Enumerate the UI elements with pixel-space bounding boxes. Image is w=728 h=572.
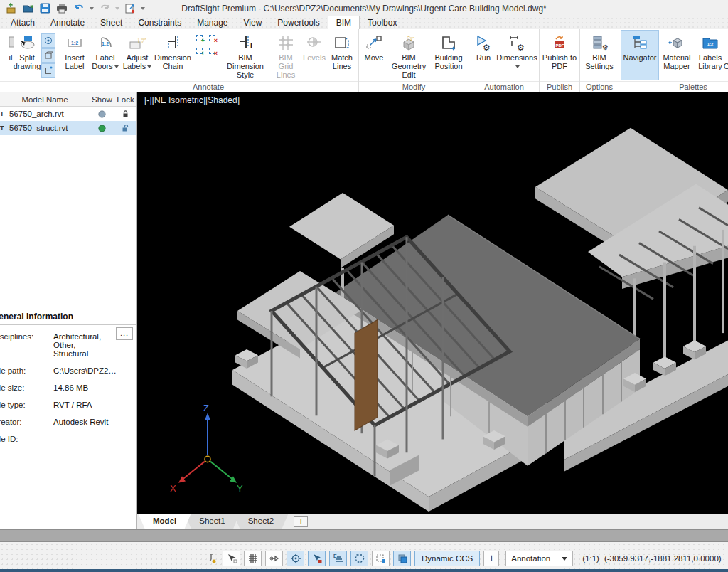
dimension-chain-button[interactable]: Dimension Chain — [154, 30, 192, 80]
polar-toggle[interactable] — [287, 551, 304, 566]
show-toggle[interactable] — [90, 125, 114, 132]
field-label: File path: — [0, 366, 52, 375]
tab-view[interactable]: View — [236, 16, 270, 29]
add-dimension-point-button[interactable]: + — [194, 33, 205, 43]
adjust-labels-button[interactable]: ☞ Adjust Labels — [121, 30, 154, 80]
tab-sheet1[interactable]: Sheet1 — [185, 514, 239, 529]
annotation-scale-dropdown[interactable]: Annotation — [505, 551, 573, 566]
column-model-name[interactable]: Model Name — [0, 95, 90, 104]
tab-model[interactable]: Model — [139, 514, 191, 529]
ribbon-group-palettes: Navigator Material Mapper 1:2 Labels Lib… — [619, 29, 728, 92]
material-mapper-button[interactable]: Material Mapper — [659, 30, 695, 80]
undo-dropdown-icon[interactable] — [90, 7, 94, 10]
ortho-toggle[interactable] — [265, 551, 283, 566]
ribbon-group-label: Modify — [359, 81, 469, 92]
split-drawing-button[interactable]: Split drawing — [14, 30, 41, 80]
show-toggle[interactable] — [90, 110, 114, 118]
dynamic-ccs-button[interactable]: Dynamic CCS — [414, 551, 480, 566]
model-name: 56750_arch.rvt — [8, 110, 90, 118]
redo-icon — [97, 1, 112, 15]
new-drawing-icon[interactable] — [3, 1, 18, 15]
tab-attach[interactable]: Attach — [3, 16, 43, 29]
tab-constraints[interactable]: Constraints — [130, 16, 189, 29]
tab-toolbox[interactable]: Toolbox — [360, 16, 405, 29]
add-dimension-node-button[interactable]: + — [194, 46, 205, 56]
model-3d-view: Z X Y — [137, 92, 728, 529]
bim-settings-button[interactable]: ⚙ BIM Settings — [582, 30, 617, 80]
run-button[interactable]: ⚙ Run — [471, 30, 496, 80]
general-information-section: General Information Disciplines: Archite… — [0, 310, 136, 443]
labels-library-button[interactable]: 1:2 Labels Library — [695, 30, 726, 80]
svg-text:PDF: PDF — [556, 43, 564, 48]
add-sheet-button[interactable]: + — [294, 516, 308, 527]
svg-text:⚙: ⚙ — [517, 43, 525, 52]
match-lines-button[interactable]: Match Lines — [327, 30, 357, 80]
model-name: 56750_struct.rvt — [8, 124, 90, 132]
bim-dimension-style-button[interactable]: I BIM Dimension Style — [220, 30, 270, 80]
command-window-collapsed[interactable] — [0, 529, 728, 542]
table-row[interactable]: T 56750_struct.rvt — [0, 121, 136, 135]
bim-geometry-edit-button[interactable]: ☞ BIM Geometry Edit — [387, 30, 430, 80]
dynamic-input-toggle[interactable] — [372, 551, 390, 566]
ribbon-group-label: Options — [580, 81, 619, 92]
disciplines-more-button[interactable]: ... — [116, 327, 133, 340]
svg-text:1:2: 1:2 — [102, 41, 109, 46]
adjust-labels-icon: ☞ — [128, 31, 146, 54]
snap-toggle[interactable] — [223, 551, 240, 566]
tab-manage[interactable]: Manage — [189, 16, 235, 29]
entity-frames-toggle[interactable] — [350, 551, 368, 566]
ribbon-group-annotate: 1:2 Insert Label 1:2 Label Doors ☞ Adjus… — [58, 29, 359, 92]
dropdown-arrow-icon — [114, 65, 119, 68]
add-status-tool-button[interactable]: + — [483, 551, 499, 566]
bim-settings-icon: ⚙ — [590, 31, 609, 54]
dimensions-button[interactable]: ⚙ Dimensions — [496, 30, 537, 80]
lock-closed-icon[interactable] — [114, 110, 136, 118]
table-row[interactable]: T 56750_arch.rvt — [0, 107, 136, 121]
clipped-ribbon-button[interactable]: il — [1, 30, 14, 80]
ucs-small-button[interactable] — [41, 63, 55, 78]
tab-annotate[interactable]: Annotate — [43, 16, 92, 29]
lock-open-icon[interactable] — [114, 124, 136, 132]
match-lines-icon — [333, 31, 351, 54]
column-show[interactable]: Show — [90, 95, 114, 104]
bim-grid-lines-icon — [277, 31, 295, 54]
visibility-small-button[interactable] — [41, 33, 55, 48]
svg-text:1:2: 1:2 — [707, 42, 714, 46]
labels-library-icon: 1:2 — [701, 31, 719, 54]
svg-text:⚙: ⚙ — [602, 43, 609, 51]
remove-dimension-node-button[interactable]: × — [207, 46, 218, 56]
export-dropdown-icon[interactable] — [141, 7, 145, 10]
transparency-toggle[interactable] — [393, 551, 411, 566]
drawing-viewport[interactable]: [-][NE Isometric][Shaded] — [137, 92, 728, 529]
isolate-small-button[interactable] — [41, 48, 55, 63]
building-position-button[interactable]: Building Position — [430, 30, 467, 80]
remove-dimension-point-button[interactable]: × — [207, 33, 218, 43]
field-value: RVT / RFA — [53, 401, 118, 409]
model-table-header: Model Name Show Lock — [0, 92, 136, 107]
redo-dropdown-icon — [115, 7, 119, 10]
undo-icon[interactable] — [71, 1, 87, 15]
insert-label-button[interactable]: 1:2 Insert Label — [60, 30, 90, 80]
tab-sheet2[interactable]: Sheet2 — [234, 514, 288, 529]
section-title: General Information — [0, 310, 136, 325]
tab-bim[interactable]: BIM — [328, 16, 360, 29]
column-lock[interactable]: Lock — [114, 95, 136, 104]
tab-powertools[interactable]: Powertools — [269, 16, 327, 29]
navigator-icon — [631, 31, 649, 54]
open-icon[interactable] — [20, 1, 36, 15]
export-icon[interactable] — [122, 1, 138, 15]
pointer-settings-icon[interactable] — [205, 551, 219, 566]
etrack-toggle[interactable]: E — [329, 551, 347, 566]
move-button[interactable]: Move — [360, 30, 387, 80]
label-doors-button[interactable]: 1:2 Label Doors — [90, 30, 121, 80]
publish-to-pdf-button[interactable]: PDF Publish to PDF — [541, 30, 578, 80]
field-label: File ID: — [0, 435, 52, 443]
save-icon[interactable] — [37, 1, 53, 15]
navigator-button[interactable]: Navigator — [621, 30, 659, 80]
print-icon[interactable] — [54, 1, 70, 15]
esnap-toggle[interactable] — [308, 551, 326, 566]
viewport-label[interactable]: [-][NE Isometric][Shaded] — [144, 95, 240, 105]
tab-sheet[interactable]: Sheet — [92, 16, 130, 29]
field-value: Architectural, Other, Structural — [53, 332, 118, 358]
grid-toggle[interactable] — [244, 551, 262, 566]
